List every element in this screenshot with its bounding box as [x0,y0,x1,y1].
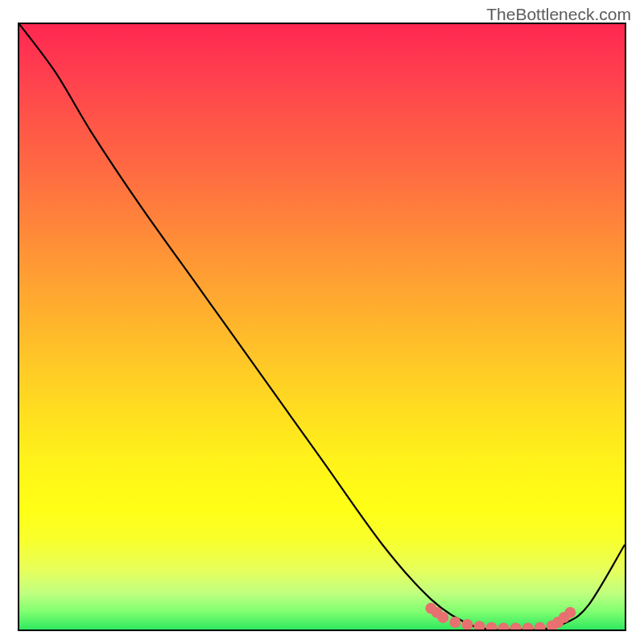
marker-point [498,623,510,630]
marker-point [564,607,576,618]
marker-point [535,622,546,630]
chart-svg [19,24,625,630]
chart-container [18,23,626,631]
marker-point [510,623,522,630]
marker-point [474,621,485,630]
marker-point [522,623,534,630]
line-series-curve [19,24,625,630]
marker-point [449,617,460,628]
marker-point [486,622,497,630]
watermark-text: TheBottleneck.com [486,5,631,24]
scatter-series-markers [425,603,576,630]
marker-point [437,612,448,623]
